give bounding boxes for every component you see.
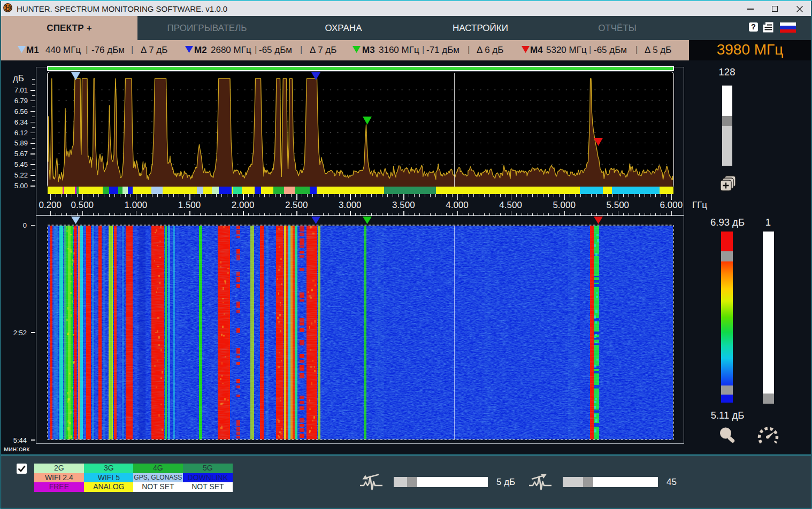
- svg-text:H: H: [6, 5, 10, 11]
